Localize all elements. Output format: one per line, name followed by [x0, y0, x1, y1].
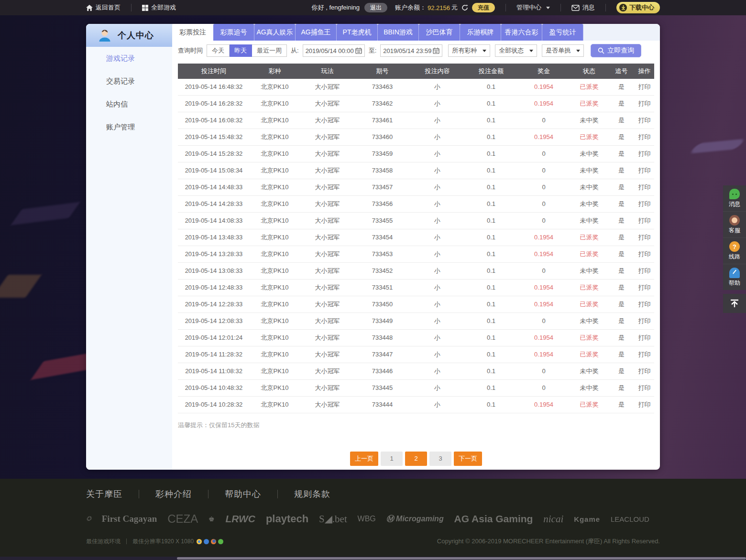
print-link[interactable]: 打印 — [635, 112, 654, 129]
footer-link-about[interactable]: 关于摩臣 — [86, 488, 122, 500]
download-center-button[interactable]: 下载中心 — [616, 2, 660, 13]
tab[interactable]: 香港六合彩 — [501, 24, 542, 41]
print-link[interactable]: 打印 — [635, 263, 654, 279]
tab[interactable]: 乐游棋牌 — [460, 24, 501, 41]
print-link[interactable]: 打印 — [635, 179, 654, 195]
partner-logo: CEZA — [167, 512, 198, 526]
quick-range-button[interactable]: 今天 — [207, 44, 230, 57]
messages-link[interactable]: 消息 — [571, 3, 595, 12]
print-link[interactable]: 打印 — [635, 380, 654, 396]
issue-number: 733448 — [355, 330, 410, 346]
print-link[interactable]: 打印 — [635, 363, 654, 379]
page-button[interactable]: 3 — [429, 452, 451, 466]
all-games-link[interactable]: 全部游戏 — [142, 3, 176, 12]
status-badge: 未中奖 — [570, 263, 608, 279]
from-date-input[interactable]: 2019/05/14 00:00 — [303, 44, 365, 57]
tab[interactable]: AG真人娱乐 — [254, 24, 296, 41]
query-button[interactable]: 立即查询 — [591, 44, 641, 57]
table-row: 2019-05-14 13:28:33 北京PK10 大小冠军 733453 小… — [178, 246, 654, 263]
table-row: 2019-05-14 16:28:32 北京PK10 大小冠军 733462 小… — [178, 96, 654, 112]
next-page-button[interactable]: 下一页 — [454, 452, 482, 466]
lottery-name: 北京PK10 — [250, 363, 300, 379]
footer-link-help-center[interactable]: 帮助中心 — [225, 488, 261, 500]
footer-link-rules[interactable]: 规则条款 — [294, 488, 330, 500]
filter-select[interactable]: 全部状态 — [495, 44, 537, 57]
filter-select[interactable]: 所有彩种 — [448, 44, 490, 57]
table-row: 2019-05-14 14:28:33 北京PK10 大小冠军 733456 小… — [178, 196, 654, 213]
scrollbar-thumb[interactable] — [177, 557, 746, 560]
bet-content: 小 — [410, 213, 465, 229]
print-link[interactable]: 打印 — [635, 146, 654, 162]
page-button[interactable]: 2 — [405, 452, 427, 466]
print-link[interactable]: 打印 — [635, 196, 654, 212]
tab[interactable]: PT老虎机 — [337, 24, 378, 41]
bet-amount: 0.1 — [465, 380, 517, 396]
horizontal-scrollbar[interactable] — [0, 557, 746, 560]
recharge-button[interactable]: 充值 — [472, 3, 495, 12]
sidebar-item[interactable]: 站内信 — [86, 93, 172, 116]
float-customer-service[interactable]: 客服 — [723, 212, 746, 238]
bet-content: 小 — [410, 246, 465, 262]
print-link[interactable]: 打印 — [635, 229, 654, 246]
tab[interactable]: 彩票追号 — [213, 24, 254, 41]
sidebar-item[interactable]: 游戏记录 — [86, 47, 172, 70]
print-link[interactable]: 打印 — [635, 313, 654, 329]
tab[interactable]: 沙巴体育 — [419, 24, 460, 41]
divider — [139, 490, 139, 498]
quick-range-button[interactable]: 最近一周 — [252, 44, 287, 57]
logout-button[interactable]: 退出 — [364, 3, 387, 12]
sidebar-item[interactable]: 账户管理 — [86, 116, 172, 139]
sidebar-item[interactable]: 交易记录 — [86, 70, 172, 93]
bet-content: 小 — [410, 280, 465, 296]
float-help[interactable]: 帮助 — [723, 264, 746, 290]
admin-center-menu[interactable]: 管理中心 — [516, 3, 550, 12]
float-messages[interactable]: 消息 — [723, 185, 746, 212]
bet-content: 小 — [410, 146, 465, 162]
quick-range-button[interactable]: 昨天 — [230, 44, 252, 57]
bet-content: 小 — [410, 330, 465, 346]
partner-logo: ✪ — [86, 515, 91, 523]
table-row: 2019-05-14 13:48:33 北京PK10 大小冠军 733454 小… — [178, 229, 654, 246]
chase-flag: 是 — [608, 330, 635, 346]
tab[interactable]: AG捕鱼王 — [296, 24, 337, 41]
float-lines[interactable]: ? 线路 — [723, 238, 746, 264]
footer-link-lottery-intro[interactable]: 彩种介绍 — [155, 488, 192, 500]
avatar — [98, 28, 112, 43]
print-link[interactable]: 打印 — [635, 129, 654, 145]
filter-select[interactable]: 是否单挑 — [542, 44, 584, 57]
calendar-icon[interactable] — [355, 47, 362, 54]
print-link[interactable]: 打印 — [635, 397, 654, 413]
bet-content: 小 — [410, 263, 465, 279]
print-link[interactable]: 打印 — [635, 330, 654, 346]
print-link[interactable]: 打印 — [635, 346, 654, 363]
chase-flag: 是 — [608, 263, 635, 279]
play-type: 大小冠军 — [300, 330, 355, 346]
bet-time: 2019-05-14 12:28:33 — [178, 296, 250, 312]
back-to-top-button[interactable] — [723, 294, 746, 313]
print-link[interactable]: 打印 — [635, 246, 654, 262]
print-link[interactable]: 打印 — [635, 280, 654, 296]
to-date-input[interactable]: 2019/05/14 23:59 — [380, 44, 442, 57]
main-panel: 个人中心 游戏记录 交易记录 站内信 账户管理 彩票投注 彩票追号 AG真人娱乐 — [86, 24, 660, 470]
tab[interactable]: BBIN游戏 — [378, 24, 419, 41]
page-button[interactable]: 1 — [381, 452, 403, 466]
quick-range-buttons: 今天 昨天 最近一周 — [207, 44, 287, 57]
issue-number: 733461 — [355, 112, 410, 129]
home-link[interactable]: 返回首页 — [86, 3, 121, 12]
refresh-icon[interactable] — [461, 4, 468, 11]
print-link[interactable]: 打印 — [635, 296, 654, 312]
calendar-icon[interactable] — [433, 47, 439, 54]
print-link[interactable]: 打印 — [635, 213, 654, 229]
tab[interactable]: 盈亏统计 — [542, 24, 583, 41]
prev-page-button[interactable]: 上一页 — [350, 452, 378, 466]
prize-amount: 0 — [517, 213, 570, 229]
table-row: 2019-05-14 16:08:32 北京PK10 大小冠军 733461 小… — [178, 112, 654, 129]
tab[interactable]: 彩票投注 — [172, 24, 213, 41]
lottery-name: 北京PK10 — [250, 380, 300, 396]
select-value: 所有彩种 — [452, 46, 477, 55]
print-link[interactable]: 打印 — [635, 96, 654, 112]
print-link[interactable]: 打印 — [635, 162, 654, 179]
issue-number: 733446 — [355, 363, 410, 379]
bet-amount: 0.1 — [465, 330, 517, 346]
print-link[interactable]: 打印 — [635, 79, 654, 95]
